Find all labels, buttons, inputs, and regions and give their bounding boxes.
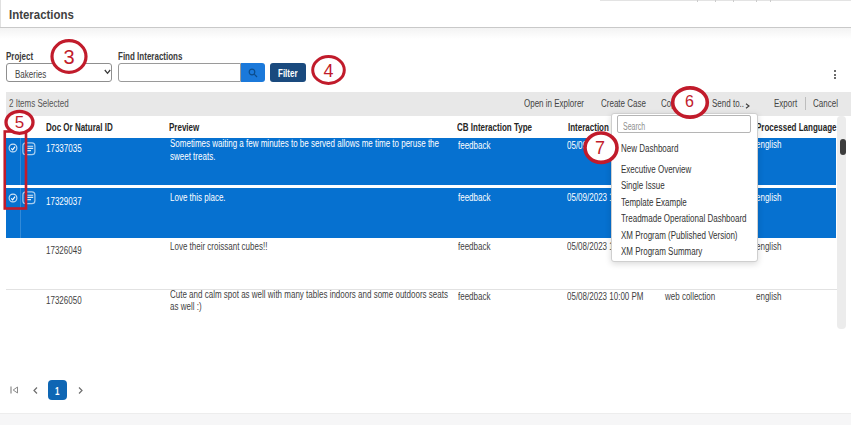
svg-text:4: 4 (323, 61, 333, 81)
svg-text:5: 5 (15, 113, 24, 132)
svg-text:3: 3 (63, 46, 74, 68)
svg-text:7: 7 (595, 138, 605, 158)
svg-text:6: 6 (685, 93, 694, 110)
